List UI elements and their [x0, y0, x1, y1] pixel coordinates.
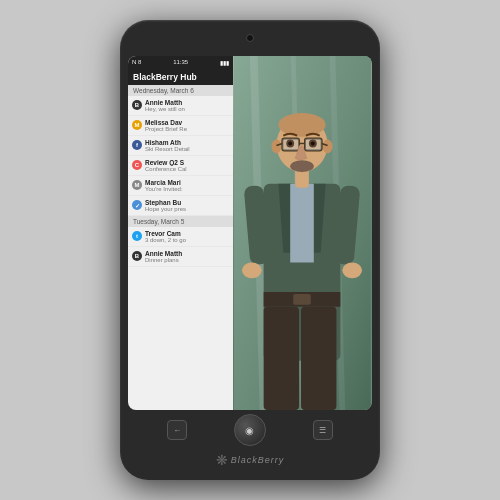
msg-name-3: Review Q2 S: [145, 159, 229, 166]
message-item-6[interactable]: t Trevor Cam 3 down, 2 to go: [128, 227, 233, 247]
svg-point-13: [278, 113, 325, 137]
clock: 11:35: [173, 59, 188, 65]
message-item-2[interactable]: f Hisham Ath Ski Resort Detail: [128, 136, 233, 156]
msg-name-6: Trevor Cam: [145, 230, 229, 237]
home-button[interactable]: ◉: [234, 414, 266, 446]
character-photo: [233, 56, 372, 410]
msg-name-0: Annie Matth: [145, 99, 229, 106]
svg-point-25: [288, 142, 292, 146]
phone-nav-buttons: ← ◉ ☰: [128, 410, 372, 450]
msg-preview-0: Hey, we still on: [145, 106, 229, 112]
back-button[interactable]: ←: [167, 420, 187, 440]
message-item-0[interactable]: B Annie Matth Hey, we still on: [128, 96, 233, 116]
blackberry-logo-text: BlackBerry: [231, 455, 285, 465]
fb-icon-2: f: [132, 140, 142, 150]
twitter-icon-6: t: [132, 231, 142, 241]
battery-indicator: ▮▮▮: [220, 59, 229, 66]
phone-device: N 8 11:35 ▮▮▮ BlackBerry Hub Wednesday, …: [120, 20, 380, 480]
msg-name-2: Hisham Ath: [145, 139, 229, 146]
signal-indicator: N 8: [132, 59, 141, 65]
email-icon-1: M: [132, 120, 142, 130]
check-icon-5: ✓: [132, 200, 142, 210]
msg-content-1: Melissa Dav Project Brief Re: [145, 119, 229, 132]
hub-title: BlackBerry Hub: [133, 72, 197, 82]
svg-point-31: [342, 263, 362, 279]
svg-rect-10: [293, 294, 311, 305]
message-item-4[interactable]: M Marcia Mari You're Invited:: [128, 176, 233, 196]
camera-lens: [246, 34, 254, 42]
msg-name-7: Annie Matth: [145, 250, 229, 257]
svg-point-15: [323, 140, 333, 154]
bbm-icon-7: B: [132, 251, 142, 261]
message-item-7[interactable]: B Annie Matth Dinner plans: [128, 247, 233, 267]
svg-point-27: [290, 160, 314, 172]
menu-button[interactable]: ☰: [313, 420, 333, 440]
msg-content-2: Hisham Ath Ski Resort Detail: [145, 139, 229, 152]
msg-name-5: Stephan Bu: [145, 199, 229, 206]
msg-preview-6: 3 down, 2 to go: [145, 237, 229, 243]
hub-header: BlackBerry Hub: [128, 68, 233, 85]
msg-content-7: Annie Matth Dinner plans: [145, 250, 229, 263]
svg-rect-32: [264, 307, 299, 410]
msg-preview-2: Ski Resort Detail: [145, 146, 229, 152]
blackberry-logo-symbol: ❋: [216, 452, 228, 468]
msg-preview-1: Project Brief Re: [145, 126, 229, 132]
svg-rect-8: [290, 184, 314, 263]
bb-hub-panel: N 8 11:35 ▮▮▮ BlackBerry Hub Wednesday, …: [128, 56, 233, 410]
svg-point-14: [272, 140, 282, 154]
person-svg: [233, 56, 372, 410]
msg-preview-4: You're Invited:: [145, 186, 229, 192]
msg-content-0: Annie Matth Hey, we still on: [145, 99, 229, 112]
message-item-1[interactable]: M Melissa Dav Project Brief Re: [128, 116, 233, 136]
msg-preview-5: Hope your pres: [145, 206, 229, 212]
cal-icon-3: C: [132, 160, 142, 170]
msg-preview-3: Conference Cal: [145, 166, 229, 172]
svg-point-30: [242, 263, 262, 279]
status-bar: N 8 11:35 ▮▮▮: [128, 56, 233, 68]
msg-preview-7: Dinner plans: [145, 257, 229, 263]
msg-content-3: Review Q2 S Conference Cal: [145, 159, 229, 172]
msg-name-4: Marcia Mari: [145, 179, 229, 186]
msg-content-6: Trevor Cam 3 down, 2 to go: [145, 230, 229, 243]
msg-content-4: Marcia Mari You're Invited:: [145, 179, 229, 192]
message-item-5[interactable]: ✓ Stephan Bu Hope your pres: [128, 196, 233, 216]
msg-content-5: Stephan Bu Hope your pres: [145, 199, 229, 212]
message-item-3[interactable]: C Review Q2 S Conference Cal: [128, 156, 233, 176]
date-header-2: Tuesday, March 5: [128, 216, 233, 227]
date-header-1: Wednesday, March 6: [128, 85, 233, 96]
svg-point-26: [311, 142, 315, 146]
svg-rect-33: [301, 307, 336, 410]
bbm-icon-0: B: [132, 100, 142, 110]
brand-logo-bar: ❋ BlackBerry: [128, 450, 372, 470]
email-icon-4: M: [132, 180, 142, 190]
msg-name-1: Melissa Dav: [145, 119, 229, 126]
phone-screen: N 8 11:35 ▮▮▮ BlackBerry Hub Wednesday, …: [128, 56, 372, 410]
